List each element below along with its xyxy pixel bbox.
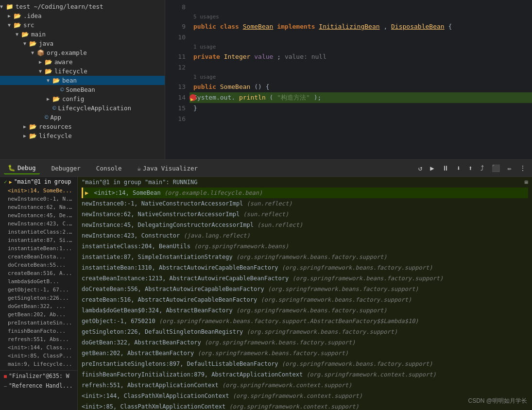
thread-check-icon: ✓ [4,179,7,185]
stack-frame-12[interactable]: getObject:-1, 67... [0,286,77,294]
call-frame-13[interactable]: getSingleton:226, DefaultSingletonBeanRe… [82,326,528,337]
thread-main[interactable]: ✓ ▶ "main"@1 in group [0,177,77,187]
call-frame-12[interactable]: getObject:-1, 6750210 (org.springframewo… [82,316,528,326]
code-editor: 8 9 10 11 12 13 14 15 16 5 usages [165,0,532,159]
call-frame-19[interactable]: <init>:144, ClassPathXmlApplicationConte… [82,391,528,401]
call-frame-15[interactable]: getBean:202, AbstractBeanFactory (org.sp… [82,348,528,359]
stack-frame-7[interactable]: instantiateBean:1... [0,244,77,253]
resume-icon[interactable]: ▶ [428,163,436,173]
lifecycle2-label: lifecycle [39,132,72,139]
stack-frame-18[interactable]: refresh:551, Abs... [0,335,77,343]
step-out-icon[interactable]: ⤴ [479,163,486,173]
tree-aware[interactable]: ▶ 📂 aware [0,57,165,67]
tab-java-visualizer[interactable]: ☕ Java Visualizer [134,163,202,174]
tree-config[interactable]: ▶ 📂 config [0,94,165,103]
call-frame-9[interactable]: doCreateBean:556, AbstractAutowireCapabl… [82,284,528,294]
usage-hint-9: 5 usages [189,13,532,21]
step-into-icon[interactable]: ⬆ [466,163,474,173]
tree-org-example[interactable]: ▼ 📦 org.example [0,48,165,57]
org-package-icon: 📦 [37,49,45,56]
stack-frame-21[interactable]: main:9, Lifecycle... [0,360,77,368]
call-frame-8[interactable]: createBeanInstance:1213, AbstractAutowir… [82,273,528,284]
stack-frame-0[interactable]: <init>:14, SomeBe... [0,187,77,195]
stack-frame-11[interactable]: lambda$doGetB... [0,277,77,286]
more-actions-icon[interactable]: ⋮ [517,163,528,173]
code-lines[interactable]: 5 usages public class SomeBean implement… [189,0,532,159]
tree-main[interactable]: ▼ 📂 main [0,30,165,39]
mute-breakpoints-icon[interactable]: ✏ [506,163,514,173]
stack-frame-13[interactable]: getSingleton:226... [0,294,77,302]
tree-lifecycle[interactable]: ▼ 📂 lifecycle [0,67,165,76]
call-frame-5[interactable]: instantiateClass:204, BeanUtils (org.spr… [82,241,528,252]
idea-folder-icon: 📂 [14,12,21,19]
call-frame-16[interactable]: preInstantiateSingletons:897, DefaultLis… [82,359,528,369]
bean-arrow: ▼ [47,78,52,83]
stack-frame-5[interactable]: instantiateClass:2... [0,228,77,236]
lifecycle-folder-icon: 📂 [45,68,52,75]
tree-java[interactable]: ▼ 📂 java [0,39,165,48]
stack-frame-17[interactable]: finishBeanFacto... [0,327,77,335]
call-frame-20[interactable]: <init>:85, ClassPathXmlApplicationContex… [82,401,528,410]
call-frame-10[interactable]: createBean:516, AbstractAutowireCapableB… [82,294,528,305]
step-over-icon[interactable]: ⬇ [455,163,463,173]
watermark: CSDN @明明如月学长 [468,397,527,405]
stack-frame-16[interactable]: preInstantiateSin... [0,319,77,327]
restart-icon[interactable]: ↺ [416,163,424,173]
tree-resources[interactable]: ▶ 📂 resources [0,122,165,131]
tree-lifecycle2[interactable]: ▶ 📂 lifecycle [0,131,165,140]
tree-bean[interactable]: ▼ 📂 bean [0,76,165,85]
stack-frame-1[interactable]: newInstance0:-1, N... [0,195,77,203]
tree-lifecycle-app[interactable]: ▶ © LifecycleApplication [0,103,165,113]
thread-finalizer[interactable]: ■ "Finalizer"@635: W [0,370,77,381]
stack-frame-20[interactable]: <init>:85, ClassP... [0,352,77,360]
debug-threads-stack: ✓ ▶ "main"@1 in group <init>:14, SomeBe.… [0,177,78,410]
org-label: org.example [47,49,87,56]
usage-hint-11: 1 usage [189,43,532,51]
frame-0-method: <init>:14, SomeBean [94,189,160,196]
stack-frame-19[interactable]: <init>:144, Class... [0,343,77,352]
frame-0-pkg: (org.example.lifecycle.bean) [164,189,262,196]
call-frame-17[interactable]: finishBeanFactoryInitialization:879, Abs… [82,369,528,380]
java-label: java [39,40,53,47]
thread-arrow-icon: ▶ [9,179,12,185]
stack-frame-4[interactable]: newInstance:423, C... [0,220,77,228]
call-frame-18[interactable]: refresh:551, AbstractApplicationContext … [82,380,528,391]
tab-debug[interactable]: 🐛 Debug [4,162,40,174]
debugger-tab-label: Debugger [51,165,81,172]
stack-frame-14[interactable]: doGetBean:322, ... [0,302,77,310]
tree-idea[interactable]: ▶ 📂 .idea [0,11,165,20]
call-frame-4[interactable]: newInstance:423, Constructor (java.lang.… [82,230,528,241]
call-frame-7[interactable]: instantiateBean:1310, AbstractAutowireCa… [82,262,528,273]
pause-icon[interactable]: ⏸ [440,163,451,173]
tree-root[interactable]: ▼ 📁 test ~/Coding/learn/test [0,2,165,11]
stack-frame-8[interactable]: createBeanInsta... [0,253,77,261]
stack-frame-10[interactable]: createBean:516, A... [0,269,77,277]
src-arrow: ▼ [8,22,14,28]
call-frame-14[interactable]: doGetBean:322, AbstractBeanFactory (org.… [82,337,528,348]
call-frame-3[interactable]: newInstance:45, DelegatingConstructorAcc… [82,220,528,230]
main-arrow: ▼ [16,32,21,37]
stack-frame-3[interactable]: newInstance:45, De... [0,211,77,220]
config-arrow: ▶ [47,96,52,102]
code-line-12 [189,62,532,73]
thread-ref-handler[interactable]: — "Reference Handl... [0,381,77,391]
tree-app[interactable]: ▶ © App [0,113,165,122]
call-frame-1[interactable]: newInstance0:-1, NativeConstructorAccess… [82,198,528,209]
call-frame-0[interactable]: ▶ <init>:14, SomeBean (org.example.lifec… [82,188,528,198]
call-frame-2[interactable]: newInstance:62, NativeConstructorAccesso… [82,209,528,220]
tab-console[interactable]: Console [92,163,126,174]
org-arrow: ▼ [31,50,37,55]
call-frame-6[interactable]: instantiate:87, SimpleInstantiationStrat… [82,252,528,262]
stack-frame-9[interactable]: doCreateBean:55... [0,261,77,269]
aware-label: aware [54,58,73,66]
filter-icon[interactable]: ⊞ [525,179,528,186]
stack-frame-15[interactable]: getBean:202, Ab... [0,310,77,319]
tab-debugger[interactable]: Debugger [48,163,85,174]
app-icon: © [45,114,49,121]
call-frame-11[interactable]: lambda$doGetBean$0:324, AbstractBeanFact… [82,305,528,316]
stack-frame-6[interactable]: instantiate:87, Si... [0,236,77,244]
tree-src[interactable]: ▼ 📂 src [0,20,165,30]
tree-somebean[interactable]: ▶ © SomeBean [0,85,165,94]
stack-frame-2[interactable]: newInstance:62, Na... [0,203,77,211]
stop-icon[interactable]: ⬛ [490,163,502,173]
